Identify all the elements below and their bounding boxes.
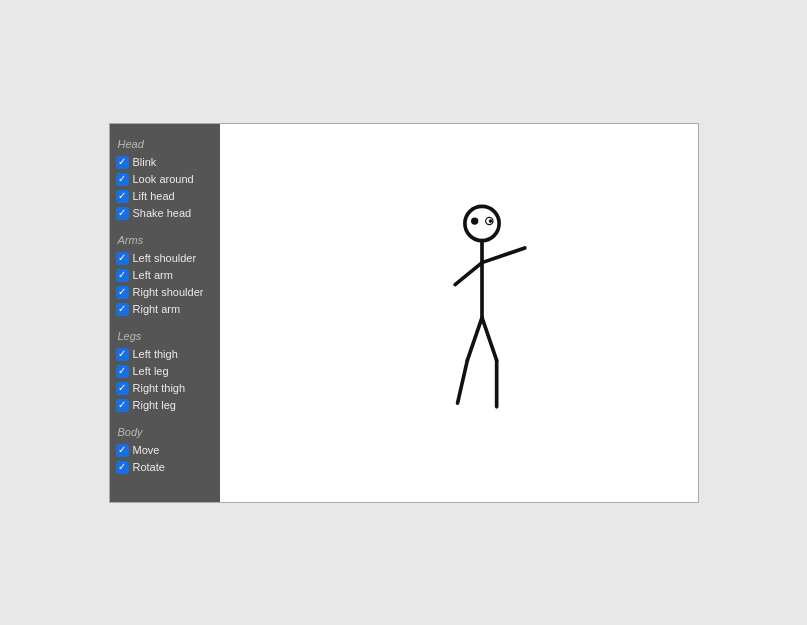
- svg-line-5: [482, 247, 525, 262]
- blink-label: Blink: [133, 156, 157, 168]
- lift-head-item[interactable]: Lift head: [110, 188, 220, 205]
- left-thigh-label: Left thigh: [133, 348, 178, 360]
- right-thigh-label: Right thigh: [133, 382, 186, 394]
- right-shoulder-label: Right shoulder: [133, 286, 204, 298]
- right-shoulder-checkbox[interactable]: [116, 286, 129, 299]
- left-leg-checkbox[interactable]: [116, 365, 129, 378]
- svg-line-6: [456, 262, 483, 284]
- sidebar: Head Blink Look around Lift head Shake h…: [110, 124, 220, 502]
- look-around-checkbox[interactable]: [116, 173, 129, 186]
- left-thigh-item[interactable]: Left thigh: [110, 346, 220, 363]
- right-arm-checkbox[interactable]: [116, 303, 129, 316]
- app-container: Head Blink Look around Lift head Shake h…: [109, 123, 699, 503]
- rotate-label: Rotate: [133, 461, 165, 473]
- stickman: [417, 201, 547, 424]
- head-section-header: Head: [110, 132, 220, 154]
- left-shoulder-label: Left shoulder: [133, 252, 197, 264]
- lift-head-checkbox[interactable]: [116, 190, 129, 203]
- shake-head-item[interactable]: Shake head: [110, 205, 220, 222]
- rotate-checkbox[interactable]: [116, 461, 129, 474]
- right-arm-label: Right arm: [133, 303, 181, 315]
- shake-head-label: Shake head: [133, 207, 192, 219]
- lift-head-label: Lift head: [133, 190, 175, 202]
- canvas-area: [220, 124, 698, 502]
- svg-line-9: [482, 317, 497, 360]
- left-shoulder-item[interactable]: Left shoulder: [110, 250, 220, 267]
- legs-section-header: Legs: [110, 324, 220, 346]
- right-shoulder-item[interactable]: Right shoulder: [110, 284, 220, 301]
- body-section-header: Body: [110, 420, 220, 442]
- svg-point-3: [489, 219, 493, 223]
- right-leg-item[interactable]: Right leg: [110, 397, 220, 414]
- move-label: Move: [133, 444, 160, 456]
- left-arm-label: Left arm: [133, 269, 173, 281]
- right-leg-checkbox[interactable]: [116, 399, 129, 412]
- left-arm-item[interactable]: Left arm: [110, 267, 220, 284]
- left-shoulder-checkbox[interactable]: [116, 252, 129, 265]
- rotate-item[interactable]: Rotate: [110, 459, 220, 476]
- stickman-svg: [417, 201, 547, 421]
- blink-item[interactable]: Blink: [110, 154, 220, 171]
- left-leg-item[interactable]: Left leg: [110, 363, 220, 380]
- arms-section-header: Arms: [110, 228, 220, 250]
- right-thigh-item[interactable]: Right thigh: [110, 380, 220, 397]
- svg-point-0: [465, 206, 499, 240]
- left-arm-checkbox[interactable]: [116, 269, 129, 282]
- move-checkbox[interactable]: [116, 444, 129, 457]
- svg-line-7: [468, 317, 483, 360]
- right-leg-label: Right leg: [133, 399, 176, 411]
- shake-head-checkbox[interactable]: [116, 207, 129, 220]
- look-around-item[interactable]: Look around: [110, 171, 220, 188]
- left-thigh-checkbox[interactable]: [116, 348, 129, 361]
- svg-line-8: [458, 360, 468, 403]
- look-around-label: Look around: [133, 173, 194, 185]
- left-leg-label: Left leg: [133, 365, 169, 377]
- blink-checkbox[interactable]: [116, 156, 129, 169]
- right-arm-item[interactable]: Right arm: [110, 301, 220, 318]
- svg-point-1: [471, 217, 478, 224]
- move-item[interactable]: Move: [110, 442, 220, 459]
- right-thigh-checkbox[interactable]: [116, 382, 129, 395]
